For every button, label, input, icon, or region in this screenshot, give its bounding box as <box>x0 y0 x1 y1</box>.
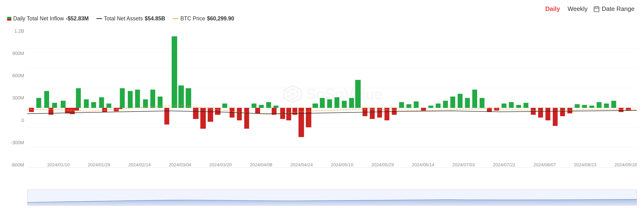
svg-rect-59 <box>298 108 304 137</box>
svg-rect-58 <box>292 108 298 115</box>
svg-rect-77 <box>428 106 433 108</box>
y-label-1: 900M <box>12 51 24 56</box>
svg-rect-79 <box>443 101 448 108</box>
mini-chart <box>27 189 637 206</box>
svg-rect-61 <box>312 103 318 108</box>
main-chart <box>27 28 637 167</box>
svg-rect-16 <box>44 91 49 108</box>
svg-rect-38 <box>164 108 170 124</box>
svg-rect-19 <box>29 108 34 112</box>
chart-inner: SoSoValue sosovalue.com <box>27 28 637 168</box>
weekly-button[interactable]: Weekly <box>566 4 590 14</box>
svg-rect-54 <box>255 108 260 113</box>
svg-rect-98 <box>582 105 587 108</box>
btc-legend-value: $60,299.90 <box>207 15 234 22</box>
svg-rect-76 <box>421 108 426 111</box>
x-label-13: 2024/08/23 <box>574 162 596 167</box>
y-label-6: -600M <box>11 162 24 168</box>
x-label-4: 2024/03/20 <box>209 162 232 167</box>
inflow-color-swatch <box>7 17 11 21</box>
date-range-label: Date Range <box>602 5 634 13</box>
svg-rect-104 <box>626 108 631 111</box>
svg-rect-34 <box>143 99 148 108</box>
svg-rect-21 <box>65 108 70 113</box>
svg-rect-92 <box>538 108 543 118</box>
svg-rect-101 <box>604 103 609 108</box>
svg-rect-28 <box>74 108 79 111</box>
y-axis: 1.2B 900M 600M 300M 0 -300M -600M <box>7 28 26 168</box>
svg-rect-35 <box>150 89 155 108</box>
svg-rect-25 <box>91 102 96 108</box>
svg-rect-89 <box>516 105 521 108</box>
svg-rect-24 <box>84 99 89 108</box>
svg-rect-31 <box>120 88 125 108</box>
assets-legend-value: $54.85B <box>144 15 165 22</box>
svg-rect-52 <box>266 102 271 108</box>
svg-rect-42 <box>193 108 198 119</box>
svg-rect-41 <box>186 88 191 108</box>
x-label-5: 2024/04/08 <box>250 162 272 167</box>
svg-rect-95 <box>560 108 565 116</box>
svg-rect-65 <box>342 101 347 108</box>
x-label-11: 2024/07/22 <box>493 162 515 167</box>
svg-rect-87 <box>502 103 506 108</box>
x-label-8: 2024/05/29 <box>371 162 394 167</box>
svg-rect-22 <box>70 108 75 114</box>
svg-rect-73 <box>399 102 404 108</box>
chart-area: 1.2B 900M 600M 300M 0 -300M -600M SoSoVa… <box>7 28 637 177</box>
svg-rect-49 <box>244 108 249 129</box>
svg-rect-51 <box>259 105 264 108</box>
svg-rect-45 <box>215 108 220 115</box>
x-label-14: 2024/09/18 <box>614 162 637 167</box>
svg-rect-26 <box>99 97 104 108</box>
svg-rect-23 <box>76 88 81 108</box>
svg-rect-40 <box>178 85 184 108</box>
svg-rect-44 <box>208 108 213 122</box>
inflow-legend-item: Daily Total Net Inflow -$52.83M <box>7 15 89 22</box>
mini-chart-svg <box>28 190 637 205</box>
inflow-legend-value: -$52.83M <box>66 15 88 22</box>
svg-rect-94 <box>553 108 558 126</box>
svg-rect-84 <box>480 98 484 108</box>
svg-rect-17 <box>52 103 57 108</box>
date-range-button[interactable]: Date Range <box>593 5 634 13</box>
x-label-6: 2024/04/24 <box>290 162 313 167</box>
svg-rect-86 <box>494 108 499 111</box>
svg-rect-60 <box>306 108 311 127</box>
y-label-5: -300M <box>11 140 24 145</box>
svg-rect-90 <box>524 103 528 108</box>
svg-rect-100 <box>597 102 602 108</box>
svg-rect-18 <box>61 101 66 108</box>
y-label-0: 1.2B <box>14 28 24 34</box>
svg-rect-15 <box>36 98 41 108</box>
svg-rect-83 <box>472 89 477 108</box>
svg-rect-81 <box>458 94 462 108</box>
top-controls: Daily Weekly Date Range <box>543 4 634 14</box>
svg-rect-75 <box>414 101 418 108</box>
svg-rect-27 <box>106 103 112 108</box>
svg-rect-67 <box>355 80 361 108</box>
x-label-10: 2024/07/03 <box>452 162 475 167</box>
svg-rect-88 <box>509 102 514 108</box>
assets-color-swatch <box>96 18 102 19</box>
x-label-9: 2024/06/14 <box>412 162 434 167</box>
svg-rect-62 <box>320 98 325 108</box>
svg-rect-57 <box>286 108 291 120</box>
calendar-icon <box>593 6 600 12</box>
x-label-3: 2024/03/04 <box>169 162 191 167</box>
x-label-2: 2024/02/14 <box>128 162 151 167</box>
y-label-2: 600M <box>12 73 24 78</box>
svg-rect-20 <box>48 108 54 115</box>
svg-rect-74 <box>406 104 411 108</box>
svg-rect-63 <box>327 99 332 108</box>
svg-rect-99 <box>590 106 594 108</box>
btc-legend-item: BTC Price $60,299.90 <box>173 15 234 22</box>
x-label-12: 2024/08/07 <box>534 162 556 167</box>
daily-button[interactable]: Daily <box>543 4 562 14</box>
assets-legend-label: Total Net Assets <box>104 15 143 22</box>
x-label-0: 2024/01/10 <box>47 162 70 167</box>
svg-rect-103 <box>619 108 624 112</box>
btc-legend-label: BTC Price <box>180 15 205 22</box>
svg-rect-82 <box>465 98 470 108</box>
inflow-legend-label: Daily Total Net Inflow <box>13 15 64 22</box>
